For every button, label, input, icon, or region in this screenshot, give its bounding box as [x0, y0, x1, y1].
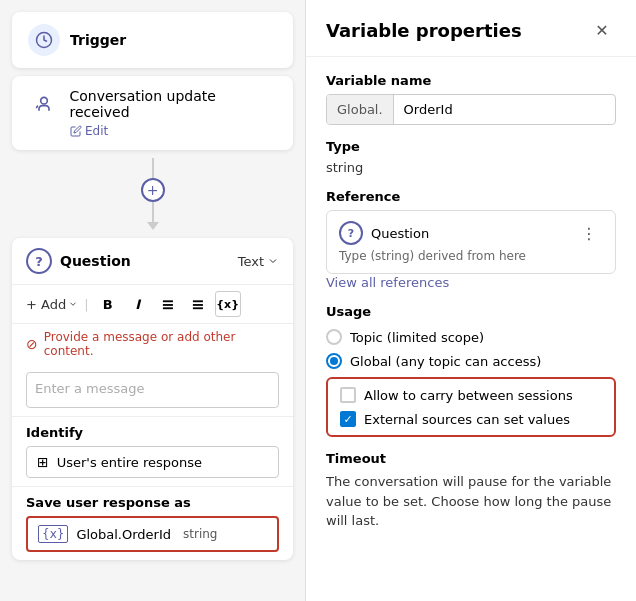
reference-icon: ?: [339, 221, 363, 245]
identify-value: User's entire response: [57, 455, 202, 470]
panel-header: Variable properties ✕: [306, 0, 636, 57]
panel-body: Variable name Global. OrderId Type strin…: [306, 57, 636, 547]
var-name-label: Variable name: [326, 73, 616, 88]
error-icon: ⊘: [26, 336, 38, 352]
list-button-1[interactable]: ≡: [155, 291, 181, 317]
var-name-group: Variable name Global. OrderId: [326, 73, 616, 125]
save-label: Save user response as: [26, 495, 279, 510]
variable-button[interactable]: {x}: [215, 291, 241, 317]
question-header: ? Question Text: [12, 238, 293, 285]
connector-arrow: [147, 222, 159, 230]
reference-menu-button[interactable]: ⋮: [575, 222, 603, 245]
usage-section: Usage Topic (limited scope) Global (any …: [326, 304, 616, 437]
identify-label: Identify: [26, 425, 279, 440]
var-name-value: OrderId: [394, 95, 615, 124]
timeout-label: Timeout: [326, 451, 616, 466]
message-input[interactable]: Enter a message: [26, 372, 279, 408]
checkbox-external[interactable]: External sources can set values: [340, 411, 602, 427]
close-button[interactable]: ✕: [588, 16, 616, 44]
italic-button[interactable]: I: [125, 291, 151, 317]
conversation-title: Conversation update received: [70, 88, 278, 120]
right-panel: Variable properties ✕ Variable name Glob…: [305, 0, 636, 601]
timeout-text: The conversation will pause for the vari…: [326, 472, 616, 531]
reference-card-left: ? Question: [339, 221, 429, 245]
question-title: Question: [60, 253, 131, 269]
reference-card: ? Question ⋮ Type (string) derived from …: [326, 210, 616, 274]
error-message: ⊘ Provide a message or add other content…: [12, 324, 293, 364]
save-section: Save user response as {x} Global.OrderId…: [12, 487, 293, 560]
reference-title: Question: [371, 226, 429, 241]
reference-label: Reference: [326, 189, 616, 204]
question-card: ? Question Text + Add | B I ≡ ≡ {x}: [12, 238, 293, 560]
edit-link[interactable]: Edit: [70, 124, 277, 138]
connector: +: [12, 158, 293, 230]
identify-section: Identify ⊞ User's entire response: [12, 417, 293, 487]
checkbox-carry-label: Allow to carry between sessions: [364, 388, 573, 403]
message-area: Enter a message: [12, 364, 293, 417]
reference-card-header: ? Question ⋮: [339, 221, 603, 245]
view-all-references-link[interactable]: View all references: [326, 275, 449, 290]
edit-label: Edit: [85, 124, 108, 138]
checkbox-carry[interactable]: Allow to carry between sessions: [340, 387, 602, 403]
question-type-selector[interactable]: Text: [238, 254, 279, 269]
radio-topic-circle: [326, 329, 342, 345]
left-panel: Trigger Conversation update received Edi…: [0, 0, 305, 601]
save-var-icon: {x}: [38, 525, 68, 543]
radio-topic[interactable]: Topic (limited scope): [326, 325, 616, 349]
type-group: Type string: [326, 139, 616, 175]
reference-subtitle: Type (string) derived from here: [339, 249, 603, 263]
type-label: Type: [326, 139, 616, 154]
radio-global-circle: [326, 353, 342, 369]
save-var-name: Global.OrderId: [76, 527, 171, 542]
add-step-button[interactable]: +: [141, 178, 165, 202]
connector-line-bottom: [152, 202, 154, 222]
usage-label: Usage: [326, 304, 616, 319]
save-box: {x} Global.OrderId string: [26, 516, 279, 552]
trigger-card: Trigger: [12, 12, 293, 68]
conversation-icon: [28, 88, 60, 120]
save-type: string: [183, 527, 217, 541]
reference-group: Reference ? Question ⋮ Type (string) der…: [326, 189, 616, 290]
bold-button[interactable]: B: [95, 291, 121, 317]
checkbox-external-box: [340, 411, 356, 427]
type-value: string: [326, 160, 616, 175]
add-button[interactable]: + Add: [26, 297, 78, 312]
checkbox-external-label: External sources can set values: [364, 412, 570, 427]
conversation-card: Conversation update received Edit: [12, 76, 293, 150]
panel-title: Variable properties: [326, 20, 522, 41]
checkbox-carry-box: [340, 387, 356, 403]
timeout-section: Timeout The conversation will pause for …: [326, 451, 616, 531]
question-type-label: Text: [238, 254, 264, 269]
question-icon: ?: [26, 248, 52, 274]
identify-box: ⊞ User's entire response: [26, 446, 279, 478]
svg-point-1: [40, 97, 47, 104]
radio-global[interactable]: Global (any topic can access): [326, 349, 616, 373]
identify-icon: ⊞: [37, 454, 49, 470]
radio-global-label: Global (any topic can access): [350, 354, 541, 369]
list-button-2[interactable]: ≡: [185, 291, 211, 317]
var-name-box: Global. OrderId: [326, 94, 616, 125]
radio-topic-label: Topic (limited scope): [350, 330, 484, 345]
global-options-box: Allow to carry between sessions External…: [326, 377, 616, 437]
question-header-left: ? Question: [26, 248, 131, 274]
question-toolbar: + Add | B I ≡ ≡ {x}: [12, 285, 293, 324]
var-prefix: Global.: [327, 95, 394, 124]
trigger-icon: [28, 24, 60, 56]
trigger-label: Trigger: [70, 32, 126, 48]
connector-line-top: [152, 158, 154, 178]
